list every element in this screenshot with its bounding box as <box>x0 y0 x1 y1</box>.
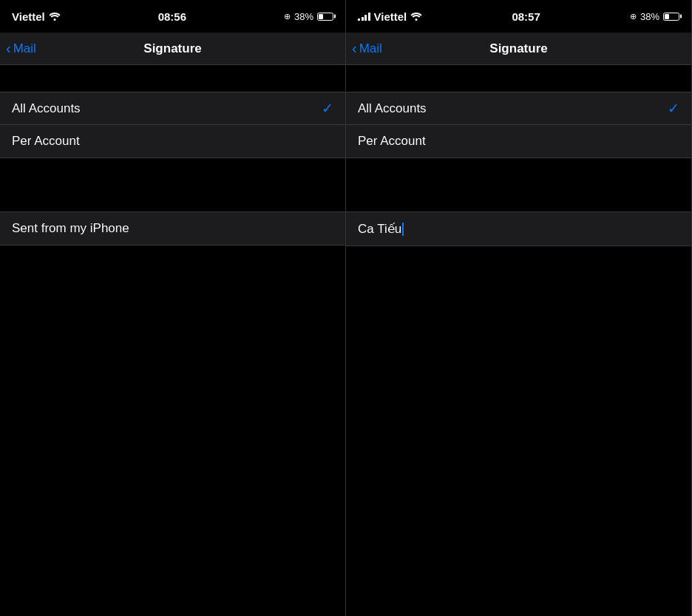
left-back-button[interactable]: ‹ Mail <box>6 40 36 57</box>
right-battery-percent: 38% <box>640 11 659 22</box>
left-status-left: Viettel <box>12 10 61 23</box>
left-panel: Viettel 08:56 ⊕ 38% ‹ Mail Signature <box>0 0 346 616</box>
left-signature-section: Sent from my iPhone <box>0 211 345 246</box>
right-nav-bar: ‹ Mail Signature <box>346 33 691 65</box>
right-signal-icon <box>358 13 370 21</box>
right-status-right: ⊕ 38% <box>630 11 679 22</box>
right-back-button[interactable]: ‹ Mail <box>352 40 382 57</box>
left-nav-title: Signature <box>143 41 201 56</box>
left-wifi-icon <box>49 10 61 23</box>
right-signature-section: Ca Tiếu <box>346 211 691 246</box>
left-nav-bar: ‹ Mail Signature <box>0 33 345 65</box>
left-location-icon: ⊕ <box>284 12 291 21</box>
left-per-account-row[interactable]: Per Account <box>0 125 345 158</box>
right-per-account-label: Per Account <box>358 134 426 149</box>
right-nav-title: Signature <box>489 41 547 56</box>
right-location-icon: ⊕ <box>630 12 637 21</box>
right-section-spacer-1 <box>346 65 691 92</box>
left-all-accounts-checkmark: ✓ <box>322 100 333 117</box>
right-status-left: Viettel <box>358 10 422 23</box>
right-chevron-icon: ‹ <box>352 40 357 57</box>
right-carrier: Viettel <box>374 10 407 23</box>
right-options-list: All Accounts ✓ Per Account <box>346 92 691 158</box>
left-options-list: All Accounts ✓ Per Account <box>0 92 345 158</box>
left-battery-percent: 38% <box>294 11 313 22</box>
left-back-label: Mail <box>13 41 36 56</box>
left-signature-row[interactable]: Sent from my iPhone <box>0 212 345 245</box>
left-chevron-icon: ‹ <box>6 40 11 57</box>
svg-point-1 <box>415 18 418 21</box>
svg-point-0 <box>53 18 55 21</box>
right-signature-text: Ca Tiếu <box>358 221 404 237</box>
right-per-account-row[interactable]: Per Account <box>346 125 691 158</box>
right-time: 08:57 <box>512 10 540 23</box>
left-all-accounts-label: All Accounts <box>12 101 81 116</box>
left-status-bar: Viettel 08:56 ⊕ 38% <box>0 0 345 33</box>
right-all-accounts-checkmark: ✓ <box>668 100 679 117</box>
right-status-bar: Viettel 08:57 ⊕ 38% <box>346 0 691 33</box>
left-signature-text: Sent from my iPhone <box>12 221 129 236</box>
left-per-account-label: Per Account <box>12 134 80 149</box>
text-cursor <box>402 223 404 236</box>
left-battery-icon <box>317 13 333 21</box>
right-all-accounts-label: All Accounts <box>358 101 427 116</box>
left-status-right: ⊕ 38% <box>284 11 333 22</box>
left-all-accounts-row[interactable]: All Accounts ✓ <box>0 92 345 125</box>
right-panel: Viettel 08:57 ⊕ 38% ‹ Mail Signature <box>346 0 692 616</box>
right-wifi-icon <box>410 10 422 23</box>
right-section-spacer-2 <box>346 158 691 185</box>
left-carrier: Viettel <box>12 10 45 23</box>
right-signature-row[interactable]: Ca Tiếu <box>346 212 691 246</box>
right-all-accounts-row[interactable]: All Accounts ✓ <box>346 92 691 125</box>
right-back-label: Mail <box>359 41 382 56</box>
left-time: 08:56 <box>158 10 186 23</box>
left-section-spacer-2 <box>0 158 345 185</box>
right-battery-icon <box>663 13 679 21</box>
left-section-spacer-1 <box>0 65 345 92</box>
